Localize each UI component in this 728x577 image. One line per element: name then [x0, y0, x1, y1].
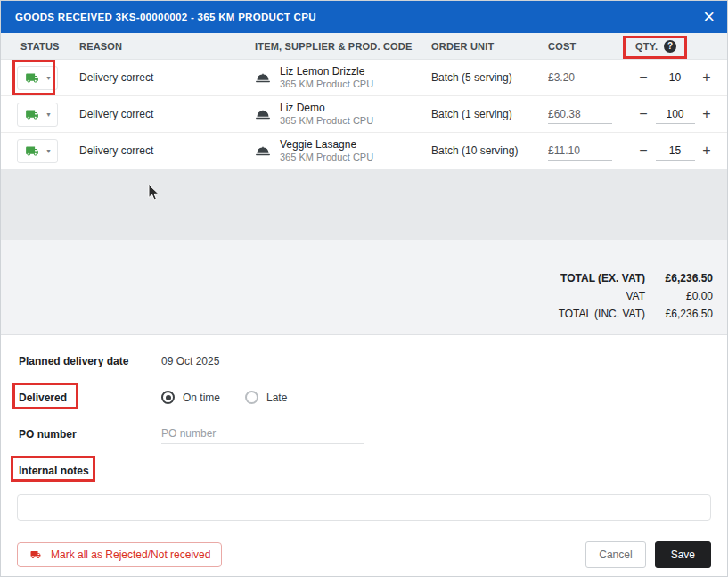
vat-row: VAT £0.00	[15, 290, 713, 308]
cost-input[interactable]	[548, 69, 612, 87]
delivered-row: Delivered On time Late	[1, 379, 727, 416]
qty-header-label: QTY.	[635, 41, 658, 52]
mark-all-rejected-label: Mark all as Rejected/Not received	[51, 548, 210, 561]
item-cell: Liz Lemon Drizzle 365 KM Product CPU	[255, 65, 431, 90]
serving-dome-icon	[255, 109, 271, 120]
goods-received-modal: GOODS RECEIVED 3KS-00000002 - 365 KM PRO…	[0, 0, 728, 577]
vat-label: VAT	[626, 290, 645, 302]
table-header: STATUS REASON ITEM, SUPPLIER & PROD. COD…	[1, 33, 727, 60]
item-name: Liz Demo	[280, 102, 373, 114]
status-dropdown[interactable]: ▼	[17, 103, 58, 127]
item-code: 365 KM Product CPU	[280, 151, 373, 163]
radio-late-label: Late	[266, 392, 287, 404]
cancel-button[interactable]: Cancel	[585, 541, 645, 568]
table-row: ▼ Delivery correct Liz Lemon Drizzle 365…	[1, 60, 727, 96]
radio-on-time-label: On time	[183, 392, 220, 404]
reason-text: Delivery correct	[79, 144, 255, 157]
delivered-radio-group: On time Late	[161, 391, 287, 404]
green-truck-icon	[23, 144, 41, 158]
qty-input[interactable]	[656, 105, 695, 124]
plus-button[interactable]: +	[700, 144, 713, 158]
plus-button[interactable]: +	[700, 70, 713, 85]
radio-on-time-icon[interactable]	[161, 391, 175, 404]
totals-section: TOTAL (EX. VAT) £6,236.50 VAT £0.00 TOTA…	[1, 240, 727, 335]
total-ex-vat-value: £6,236.50	[645, 272, 713, 284]
table-empty-area	[1, 169, 727, 240]
delivered-label: Delivered	[19, 392, 161, 404]
qty-stepper: − +	[635, 142, 713, 161]
minus-button[interactable]: −	[637, 70, 650, 85]
modal-footer: Mark all as Rejected/Not received Cancel…	[1, 521, 727, 568]
internal-notes-row: Internal notes	[1, 452, 727, 489]
total-inc-vat-value: £6,236.50	[645, 308, 713, 320]
item-cell: Liz Demo 365 KM Product CPU	[255, 102, 431, 127]
reason-text: Delivery correct	[79, 108, 255, 120]
po-number-input[interactable]	[161, 424, 364, 444]
order-unit-text: Batch (5 serving)	[431, 71, 548, 84]
item-name: Liz Lemon Drizzle	[280, 65, 373, 78]
green-truck-icon	[23, 71, 41, 85]
radio-on-time[interactable]: On time	[161, 391, 220, 404]
save-button[interactable]: Save	[655, 541, 711, 568]
serving-dome-icon	[255, 72, 271, 84]
table-row: ▼ Delivery correct Veggie Lasagne 365 KM…	[1, 133, 727, 169]
chevron-down-icon: ▼	[45, 148, 52, 154]
po-number-row: PO number	[1, 416, 727, 452]
cost-input[interactable]	[548, 142, 612, 161]
col-header-order-unit: ORDER UNIT	[431, 41, 548, 52]
qty-stepper: − +	[635, 69, 713, 87]
total-inc-vat-label: TOTAL (INC. VAT)	[559, 308, 645, 320]
modal-title: GOODS RECEIVED 3KS-00000002 - 365 KM PRO…	[15, 12, 316, 22]
col-header-status: STATUS	[15, 41, 79, 52]
table-row: ▼ Delivery correct Liz Demo 365 KM Produ…	[1, 96, 727, 133]
planned-delivery-row: Planned delivery date 09 Oct 2025	[1, 342, 727, 379]
col-header-item: ITEM, SUPPLIER & PROD. CODE	[255, 41, 431, 52]
close-icon[interactable]: ×	[703, 7, 715, 27]
radio-late[interactable]: Late	[245, 391, 287, 404]
internal-notes-label: Internal notes	[19, 465, 161, 477]
help-glyph: ?	[667, 41, 673, 51]
col-header-reason: REASON	[79, 41, 255, 52]
cost-input[interactable]	[548, 105, 612, 124]
col-header-cost: COST	[548, 41, 635, 52]
plus-button[interactable]: +	[700, 107, 713, 121]
modal-header: GOODS RECEIVED 3KS-00000002 - 365 KM PRO…	[1, 1, 727, 33]
red-truck-icon	[29, 549, 43, 560]
serving-dome-icon	[255, 145, 271, 157]
total-ex-vat-row: TOTAL (EX. VAT) £6,236.50	[15, 272, 713, 290]
item-code: 365 KM Product CPU	[280, 114, 373, 127]
order-unit-text: Batch (1 serving)	[431, 108, 548, 120]
minus-button[interactable]: −	[637, 144, 650, 158]
radio-late-icon[interactable]	[245, 391, 258, 404]
item-cell: Veggie Lasagne 365 KM Product CPU	[255, 138, 431, 163]
col-header-qty: QTY. ?	[635, 40, 713, 53]
qty-stepper: − +	[635, 105, 713, 124]
total-ex-vat-label: TOTAL (EX. VAT)	[560, 272, 645, 284]
status-dropdown[interactable]: ▼	[17, 139, 58, 163]
status-dropdown[interactable]: ▼	[17, 66, 58, 90]
chevron-down-icon: ▼	[45, 111, 52, 118]
po-number-label: PO number	[19, 428, 161, 441]
minus-button[interactable]: −	[637, 107, 650, 121]
item-name: Veggie Lasagne	[280, 138, 373, 151]
item-code: 365 KM Product CPU	[280, 78, 373, 90]
qty-help-icon[interactable]: ?	[664, 40, 676, 53]
internal-notes-input[interactable]	[17, 494, 711, 521]
order-unit-text: Batch (10 serving)	[431, 144, 548, 157]
delivery-form: Planned delivery date 09 Oct 2025 Delive…	[1, 335, 727, 521]
total-inc-vat-row: TOTAL (INC. VAT) £6,236.50	[15, 308, 713, 326]
chevron-down-icon: ▼	[45, 75, 52, 81]
reason-text: Delivery correct	[79, 71, 255, 84]
mark-all-rejected-button[interactable]: Mark all as Rejected/Not received	[17, 542, 222, 567]
qty-input[interactable]	[656, 69, 695, 87]
qty-input[interactable]	[656, 142, 695, 161]
planned-delivery-label: Planned delivery date	[19, 355, 161, 367]
planned-delivery-value: 09 Oct 2025	[161, 355, 219, 367]
green-truck-icon	[23, 108, 41, 121]
vat-value: £0.00	[645, 290, 713, 302]
